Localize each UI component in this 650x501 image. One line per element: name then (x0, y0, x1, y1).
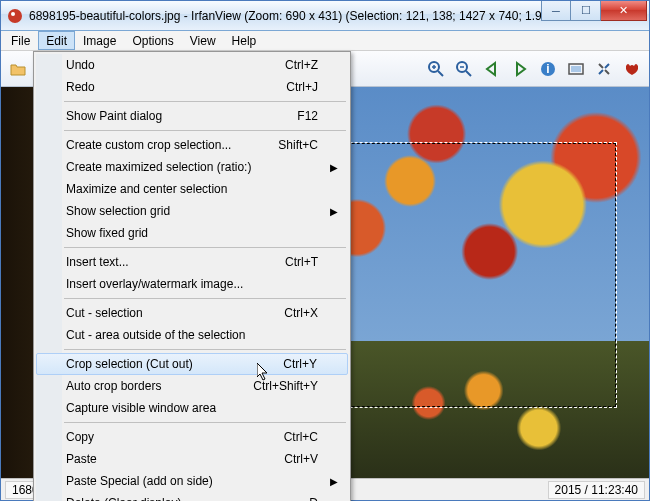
submenu-arrow-icon: ▶ (330, 162, 338, 173)
menu-item-label: Create maximized selection (ratio:) (66, 160, 251, 174)
menu-item-label: Insert text... (66, 255, 129, 269)
edit-menu-dropdown: UndoCtrl+ZRedoCtrl+JShow Paint dialogF12… (33, 51, 351, 501)
status-datetime: 2015 / 11:23:40 (548, 481, 645, 499)
menu-item-create-custom-crop-selection[interactable]: Create custom crop selection...Shift+C (36, 134, 348, 156)
menu-item-show-paint-dialog[interactable]: Show Paint dialogF12 (36, 105, 348, 127)
menu-item-paste-special-add-on-side[interactable]: Paste Special (add on side)▶ (36, 470, 348, 492)
menu-item-create-maximized-selection-ratio[interactable]: Create maximized selection (ratio:)▶ (36, 156, 348, 178)
info-icon[interactable]: i (535, 56, 561, 82)
menu-item-delete-clear-display[interactable]: Delete (Clear display)D (36, 492, 348, 501)
menu-item-shortcut: Ctrl+Y (283, 357, 317, 371)
titlebar[interactable]: 6898195-beautiful-colors.jpg - IrfanView… (1, 1, 649, 31)
menu-item-label: Show selection grid (66, 204, 170, 218)
slideshow-icon[interactable] (563, 56, 589, 82)
menu-edit[interactable]: Edit (38, 31, 75, 50)
menu-item-label: Maximize and center selection (66, 182, 227, 196)
menu-item-label: Crop selection (Cut out) (66, 357, 193, 371)
svg-line-3 (438, 71, 443, 76)
menu-item-label: Show Paint dialog (66, 109, 162, 123)
menu-item-show-selection-grid[interactable]: Show selection grid▶ (36, 200, 348, 222)
menu-item-label: Create custom crop selection... (66, 138, 231, 152)
menu-item-shortcut: D (309, 496, 318, 501)
menu-item-insert-text[interactable]: Insert text...Ctrl+T (36, 251, 348, 273)
menu-item-label: Show fixed grid (66, 226, 148, 240)
menu-file[interactable]: File (3, 31, 38, 50)
menu-item-cut-area-outside-of-the-selection[interactable]: Cut - area outside of the selection (36, 324, 348, 346)
open-folder-icon[interactable] (5, 56, 31, 82)
arrow-right-icon[interactable] (507, 56, 533, 82)
menu-item-copy[interactable]: CopyCtrl+C (36, 426, 348, 448)
menu-item-label: Paste Special (add on side) (66, 474, 213, 488)
menu-item-label: Paste (66, 452, 97, 466)
close-button[interactable]: ✕ (601, 1, 647, 21)
menu-item-label: Insert overlay/watermark image... (66, 277, 243, 291)
menu-item-auto-crop-borders[interactable]: Auto crop bordersCtrl+Shift+Y (36, 375, 348, 397)
menu-item-shortcut: Ctrl+X (284, 306, 318, 320)
menu-item-crop-selection-cut-out[interactable]: Crop selection (Cut out)Ctrl+Y (36, 353, 348, 375)
app-icon (7, 8, 23, 24)
menu-options[interactable]: Options (124, 31, 181, 50)
menu-view[interactable]: View (182, 31, 224, 50)
menu-item-shortcut: F12 (297, 109, 318, 123)
settings-icon[interactable] (591, 56, 617, 82)
menu-item-show-fixed-grid[interactable]: Show fixed grid (36, 222, 348, 244)
menu-separator (64, 298, 346, 299)
svg-point-1 (11, 12, 15, 16)
menu-item-paste[interactable]: PasteCtrl+V (36, 448, 348, 470)
menu-item-cut-selection[interactable]: Cut - selectionCtrl+X (36, 302, 348, 324)
submenu-arrow-icon: ▶ (330, 476, 338, 487)
svg-point-0 (8, 9, 22, 23)
menu-item-label: Cut - selection (66, 306, 143, 320)
window-title: 6898195-beautiful-colors.jpg - IrfanView… (29, 9, 541, 23)
menu-item-insert-overlay-watermark-image[interactable]: Insert overlay/watermark image... (36, 273, 348, 295)
maximize-button[interactable]: ☐ (571, 1, 601, 21)
cat-icon[interactable] (619, 56, 645, 82)
menu-item-label: Capture visible window area (66, 401, 216, 415)
menu-item-label: Redo (66, 80, 95, 94)
menu-separator (64, 130, 346, 131)
menubar: FileEditImageOptionsViewHelp (1, 31, 649, 51)
svg-text:i: i (546, 62, 549, 76)
menu-item-shortcut: Ctrl+J (286, 80, 318, 94)
menu-separator (64, 422, 346, 423)
menu-image[interactable]: Image (75, 31, 124, 50)
menu-item-label: Undo (66, 58, 95, 72)
window-controls: ─ ☐ ✕ (541, 1, 647, 21)
menu-help[interactable]: Help (224, 31, 265, 50)
menu-separator (64, 247, 346, 248)
menu-item-redo[interactable]: RedoCtrl+J (36, 76, 348, 98)
menu-item-shortcut: Ctrl+C (284, 430, 318, 444)
menu-item-shortcut: Shift+C (278, 138, 318, 152)
submenu-arrow-icon: ▶ (330, 206, 338, 217)
minimize-button[interactable]: ─ (541, 1, 571, 21)
arrow-left-icon[interactable] (479, 56, 505, 82)
menu-item-shortcut: Ctrl+V (284, 452, 318, 466)
menu-item-shortcut: Ctrl+T (285, 255, 318, 269)
zoom-in-icon[interactable] (423, 56, 449, 82)
menu-item-undo[interactable]: UndoCtrl+Z (36, 54, 348, 76)
app-window: 6898195-beautiful-colors.jpg - IrfanView… (0, 0, 650, 501)
zoom-out-icon[interactable] (451, 56, 477, 82)
menu-item-label: Auto crop borders (66, 379, 161, 393)
menu-item-maximize-and-center-selection[interactable]: Maximize and center selection (36, 178, 348, 200)
menu-item-label: Delete (Clear display) (66, 496, 181, 501)
menu-item-shortcut: Ctrl+Z (285, 58, 318, 72)
svg-rect-12 (571, 66, 581, 72)
svg-line-7 (466, 71, 471, 76)
menu-item-label: Copy (66, 430, 94, 444)
menu-separator (64, 101, 346, 102)
menu-item-capture-visible-window-area[interactable]: Capture visible window area (36, 397, 348, 419)
menu-item-label: Cut - area outside of the selection (66, 328, 245, 342)
menu-item-shortcut: Ctrl+Shift+Y (253, 379, 318, 393)
menu-separator (64, 349, 346, 350)
